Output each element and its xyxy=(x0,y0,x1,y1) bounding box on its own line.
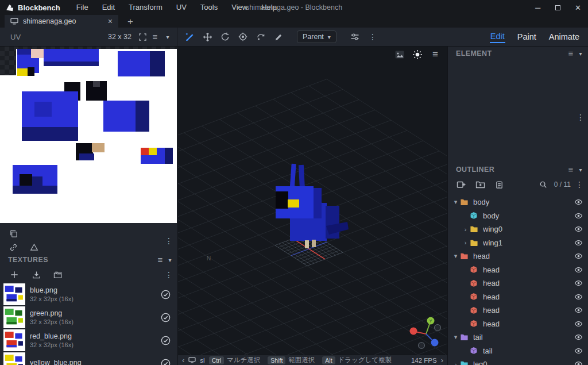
texture-item[interactable]: yellow_blue.png xyxy=(0,352,177,365)
texture-item[interactable]: green.png32 x 32px (16x) xyxy=(0,306,177,329)
add-group-icon[interactable] xyxy=(474,178,486,191)
menu-edit[interactable]: Edit xyxy=(95,0,122,15)
outliner-row-head[interactable]: head xyxy=(448,317,588,331)
status-monitor-icon xyxy=(188,357,196,363)
tab-close-icon[interactable]: × xyxy=(106,17,115,26)
new-tab-button[interactable]: + xyxy=(125,16,136,28)
visibility-toggle-icon[interactable] xyxy=(574,266,583,274)
move-tool[interactable] xyxy=(201,30,214,43)
tab-shimaenaga[interactable]: shimaenaga.geo × xyxy=(5,15,118,28)
edit-tool[interactable] xyxy=(272,30,285,43)
textures-menu-icon[interactable]: ≡ xyxy=(157,253,163,266)
collapse-icon[interactable]: ▾ xyxy=(451,252,460,260)
status-scroll-left-icon[interactable]: ‹ xyxy=(182,356,184,365)
visibility-toggle-icon[interactable] xyxy=(574,212,583,220)
outliner-row-body[interactable]: ▾body xyxy=(448,195,588,209)
texture-enabled-icon[interactable] xyxy=(161,313,171,322)
uv-menu-icon[interactable]: ≡ xyxy=(149,30,161,43)
hint-text: マルチ選択 xyxy=(227,356,260,364)
texture-enabled-icon[interactable] xyxy=(161,290,171,299)
brush-tool[interactable] xyxy=(183,30,196,43)
element-options-icon[interactable]: ⋮ xyxy=(577,113,585,121)
visibility-toggle-icon[interactable] xyxy=(574,347,583,355)
visibility-toggle-icon[interactable] xyxy=(574,252,583,260)
add-texture-icon[interactable] xyxy=(8,268,21,281)
warning-triangle-icon[interactable] xyxy=(28,241,40,253)
outliner-toolbar: 0 / 11 ⋮ xyxy=(448,176,588,193)
texture-enabled-icon[interactable] xyxy=(161,359,171,365)
visibility-toggle-icon[interactable] xyxy=(574,333,583,341)
clipboard-icon[interactable] xyxy=(493,178,505,191)
outliner-row-head[interactable]: head xyxy=(448,263,588,277)
close-button[interactable]: ✕ xyxy=(568,0,588,15)
shading-sun-icon[interactable] xyxy=(411,48,424,61)
cube-icon xyxy=(470,347,481,355)
collapse-icon[interactable]: ▾ xyxy=(451,198,460,206)
outliner-row-wing0[interactable]: ›wing0 xyxy=(448,222,588,236)
outliner-collapse-icon[interactable]: ▾ xyxy=(579,167,582,173)
texture-enabled-icon[interactable] xyxy=(161,336,171,345)
mode-tab-animate[interactable]: Animate xyxy=(548,32,580,43)
sliders-icon[interactable] xyxy=(349,30,361,43)
uv-editor-canvas[interactable] xyxy=(0,47,177,223)
visibility-toggle-icon[interactable] xyxy=(574,279,583,287)
viewport-3d-scene[interactable]: N xyxy=(178,47,447,355)
frame-view-icon[interactable] xyxy=(136,30,149,43)
outliner-row-tail[interactable]: ▾tail xyxy=(448,331,588,344)
menu-transform[interactable]: Transform xyxy=(122,0,169,15)
outliner-row-head[interactable]: ▾head xyxy=(448,249,588,263)
visibility-toggle-icon[interactable] xyxy=(574,306,583,314)
visibility-toggle-icon[interactable] xyxy=(574,293,583,301)
outliner-row-leg0[interactable]: ›leg0 xyxy=(448,358,588,365)
outliner-row-head[interactable]: head xyxy=(448,303,588,317)
status-scroll-right-icon[interactable]: › xyxy=(441,356,443,365)
vertex-snap-tool[interactable] xyxy=(254,30,267,43)
visibility-toggle-icon[interactable] xyxy=(574,225,583,233)
menu-tools[interactable]: Tools xyxy=(194,0,225,15)
pivot-tool[interactable] xyxy=(237,30,249,43)
toolbar-menu-icon[interactable]: ⋮ xyxy=(366,30,379,43)
collapse-icon[interactable]: ▾ xyxy=(451,333,460,341)
import-texture-icon[interactable] xyxy=(30,268,42,281)
expand-icon[interactable]: › xyxy=(461,226,470,233)
texture-item[interactable]: red_blue.png32 x 32px (16x) xyxy=(0,329,177,352)
element-collapse-icon[interactable]: ▾ xyxy=(579,51,582,57)
viewport-3d[interactable]: N xyxy=(178,47,447,365)
mode-tab-paint[interactable]: Paint xyxy=(517,32,537,43)
menu-uv[interactable]: UV xyxy=(169,0,194,15)
visibility-toggle-icon[interactable] xyxy=(574,360,583,365)
visibility-toggle-icon[interactable] xyxy=(574,320,583,328)
maximize-button[interactable] xyxy=(548,0,568,15)
outliner-row-head[interactable]: head xyxy=(448,276,588,290)
uv-size-label: 32 x 32 xyxy=(108,33,131,41)
element-menu-icon[interactable]: ≡ xyxy=(568,47,573,60)
uv-collapse-icon[interactable]: ▾ xyxy=(161,30,174,43)
outliner-row-body[interactable]: body xyxy=(448,209,588,223)
outliner-row-tail[interactable]: tail xyxy=(448,344,588,358)
expand-icon[interactable]: › xyxy=(451,361,460,365)
copy-icon[interactable] xyxy=(7,227,20,240)
add-cube-icon[interactable] xyxy=(455,178,467,191)
texture-item[interactable]: blue.png32 x 32px (16x) xyxy=(0,283,177,306)
expand-icon[interactable]: › xyxy=(461,239,470,246)
outliner-row-head[interactable]: head xyxy=(448,290,588,304)
texture-folder-icon[interactable] xyxy=(52,268,64,281)
transform-space-dropdown[interactable]: Parent ▾ xyxy=(297,30,336,43)
statusbar-hint: Ctrlマルチ選択 xyxy=(209,356,261,364)
search-icon[interactable] xyxy=(537,178,550,191)
uv-tools-menu-icon[interactable]: ⋮ xyxy=(165,237,173,245)
outliner-row-wing1[interactable]: ›wing1 xyxy=(448,236,588,250)
outliner-menu-icon[interactable]: ≡ xyxy=(568,163,573,176)
viewport-menu-icon[interactable]: ≡ xyxy=(429,48,442,61)
textures-toolbar-menu-icon[interactable]: ⋮ xyxy=(165,271,173,279)
mode-tab-edit[interactable]: Edit xyxy=(490,31,505,43)
minimize-button[interactable]: ─ xyxy=(528,0,548,15)
visibility-toggle-icon[interactable] xyxy=(574,198,583,206)
textures-collapse-icon[interactable]: ▾ xyxy=(169,257,172,263)
rotate-tool[interactable] xyxy=(219,30,231,43)
screenshot-icon[interactable] xyxy=(393,48,406,61)
menu-file[interactable]: File xyxy=(69,0,95,15)
link-icon[interactable] xyxy=(7,241,20,253)
outliner-options-icon[interactable]: ⋮ xyxy=(575,180,583,189)
visibility-toggle-icon[interactable] xyxy=(574,239,583,247)
